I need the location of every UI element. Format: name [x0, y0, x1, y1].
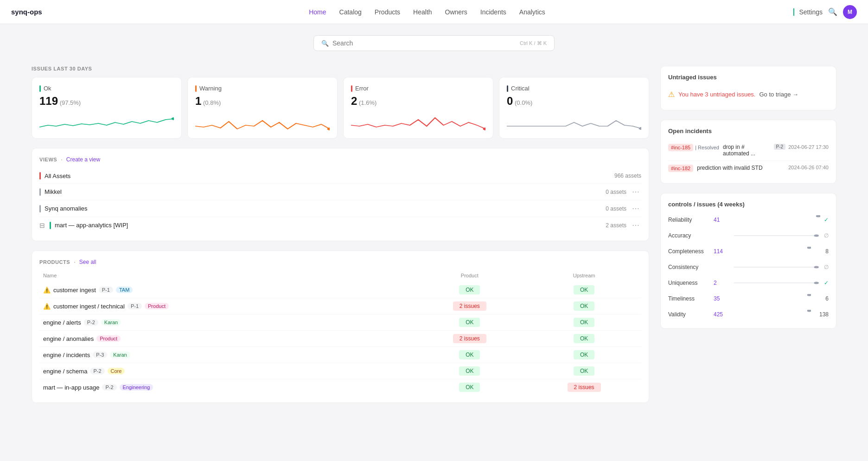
incident-desc-185: drop in # automated ... [723, 144, 770, 157]
issue-card-error[interactable]: Error 2 (1.6%) [343, 77, 493, 139]
product-row[interactable]: engine / alertsP-2KaranOKOK [39, 314, 641, 331]
controls-panel: controls / issues (4 weeks) Reliability … [660, 193, 836, 329]
incident-row-182[interactable]: #inc-182 prediction with invalid STD 202… [668, 161, 829, 176]
product-row[interactable]: ⚠️customer ingest / technicalP-1Product2… [39, 298, 641, 314]
view-menu-mikkel[interactable]: ⋯ [630, 187, 641, 196]
settings-link[interactable]: Settings [793, 8, 823, 16]
control-row[interactable]: Reliability 41 ✓ [668, 213, 829, 226]
upstream-status-cell: OK [527, 282, 641, 298]
svg-point-7 [807, 247, 811, 249]
view-menu-synq-anomalies[interactable]: ⋯ [630, 204, 641, 213]
svg-point-0 [172, 117, 174, 120]
nav-link-incidents[interactable]: Incidents [480, 6, 506, 18]
prod-owner: TAM [116, 287, 133, 293]
view-row-mart-wip[interactable]: ⊟ mart — app-analytics [WIP] 2 assets ⋯ [39, 217, 641, 233]
prod-priority: P-1 [99, 287, 113, 293]
search-icon[interactable]: 🔍 [828, 7, 837, 16]
search-bar-wrapper: 🔍 Ctrl K / ⌘ K [32, 35, 836, 51]
view-row-all-assets[interactable]: All Assets 966 assets [39, 168, 641, 184]
view-assets-all-assets: 966 assets [614, 173, 641, 179]
ctrl-sparkline-flat [734, 231, 820, 240]
issue-count-ok: 119 (97.5%) [39, 95, 174, 108]
avatar[interactable]: M [843, 5, 857, 19]
control-row[interactable]: Completeness 114 8 [668, 245, 829, 258]
ctrl-name: Timeliness [668, 295, 710, 302]
nav-link-owners[interactable]: Owners [445, 6, 467, 18]
ctrl-slash-icon: ∅ [824, 264, 829, 270]
app-logo[interactable]: synq-ops [11, 8, 42, 16]
incident-priority-185: P-2 [774, 144, 786, 150]
incident-desc-182: prediction with invalid STD [697, 165, 785, 171]
products-section: PRODUCTS · See all Name Product Upstream… [32, 250, 649, 403]
product-row[interactable]: mart — in-app usageP-2EngineeringOK2 iss… [39, 379, 641, 396]
control-row[interactable]: Accuracy ∅ [668, 229, 829, 242]
products-see-all-link[interactable]: See all [79, 259, 96, 265]
prod-name-text: customer ingest [53, 287, 96, 294]
svg-point-9 [814, 266, 819, 269]
svg-point-13 [807, 310, 811, 312]
top-navigation: synq-ops HomeCatalogProductsHealthOwners… [0, 0, 868, 24]
ctrl-count: 41 [714, 217, 730, 223]
control-row[interactable]: Uniqueness 2 ✓ [668, 276, 829, 289]
control-row[interactable]: Timeliness 35 6 [668, 292, 829, 305]
go-triage-link[interactable]: Go to triage → [759, 91, 798, 98]
prod-name: ⚠️customer ingestP-1TAM [43, 287, 408, 294]
products-header: PRODUCTS · See all [39, 258, 641, 265]
issue-card-critical[interactable]: Critical 0 (0.0%) [499, 77, 649, 139]
product-status: OK [459, 285, 480, 295]
ctrl-count: 114 [714, 248, 730, 255]
svg-point-4 [816, 215, 820, 218]
products-section-label: PRODUCTS [39, 259, 70, 265]
prod-priority: P-1 [128, 303, 142, 309]
untriaged-panel: Untriaged issues ⚠ You have 3 untriaged … [660, 66, 836, 110]
control-row[interactable]: Consistency ∅ [668, 261, 829, 274]
incident-date-182: 2024-06-26 07:40 [788, 165, 829, 170]
nav-link-analytics[interactable]: Analytics [519, 6, 545, 18]
product-status-cell: OK [412, 282, 527, 298]
nav-link-catalog[interactable]: Catalog [339, 6, 362, 18]
search-input[interactable] [332, 39, 516, 47]
issue-card-warning[interactable]: Warning 1 (0.8%) [187, 77, 338, 139]
upstream-status-cell: 2 issues [527, 379, 641, 396]
warn-icon: ⚠️ [43, 287, 51, 294]
product-row[interactable]: engine / anomaliesProduct2 issuesOK [39, 331, 641, 347]
product-status-cell: 2 issues [412, 331, 527, 347]
product-status-cell: OK [412, 363, 527, 379]
upstream-status-cell: OK [527, 363, 641, 379]
issue-status-row-critical: Critical [507, 85, 641, 92]
prod-name: engine / anomaliesProduct [43, 335, 408, 342]
view-menu-mart-wip[interactable]: ⋯ [630, 221, 641, 230]
product-status-cell: OK [412, 314, 527, 331]
col-name: Name [39, 271, 412, 282]
view-row-mikkel[interactable]: Mikkel 0 assets ⋯ [39, 184, 641, 200]
view-color-mart [50, 222, 51, 229]
product-row[interactable]: ⚠️customer ingestP-1TAMOKOK [39, 282, 641, 298]
ctrl-name: Accuracy [668, 232, 710, 239]
ctrl-check-icon: ✓ [824, 217, 829, 223]
ctrl-name: Uniqueness [668, 280, 710, 286]
create-view-link[interactable]: Create a view [66, 156, 100, 163]
view-row-synq-anomalies[interactable]: Synq anomalies 0 assets ⋯ [39, 200, 641, 217]
views-section: VIEWS · Create a view All Assets 966 ass… [32, 148, 649, 241]
products-table-header: Name Product Upstream [39, 271, 641, 282]
view-name-mikkel: Mikkel [45, 188, 602, 195]
product-status-cell: OK [412, 347, 527, 363]
upstream-status: OK [574, 334, 594, 343]
col-upstream: Upstream [527, 271, 641, 282]
nav-link-health[interactable]: Health [413, 6, 432, 18]
control-row[interactable]: Validity 425 138 [668, 308, 829, 321]
nav-link-home[interactable]: Home [309, 6, 326, 18]
product-row[interactable]: engine / incidentsP-3KaranOKOK [39, 347, 641, 363]
ctrl-value: 8 [815, 248, 829, 255]
prod-owner: Product [96, 335, 121, 342]
prod-owner: Karan [110, 352, 130, 358]
nav-links: HomeCatalogProductsHealthOwnersIncidents… [61, 6, 794, 18]
nav-link-products[interactable]: Products [375, 6, 400, 18]
prod-owner: Engineering [120, 384, 153, 391]
sparkline-warning [195, 112, 330, 131]
incident-row-185[interactable]: #inc-185 | Resolved drop in # automated … [668, 140, 829, 161]
product-row[interactable]: engine / schemaP-2CoreOKOK [39, 363, 641, 379]
ctrl-sparkline [734, 215, 820, 224]
views-list: All Assets 966 assets Mikkel 0 assets ⋯ … [39, 168, 641, 233]
issue-card-ok[interactable]: Ok 119 (97.5%) [32, 77, 182, 139]
